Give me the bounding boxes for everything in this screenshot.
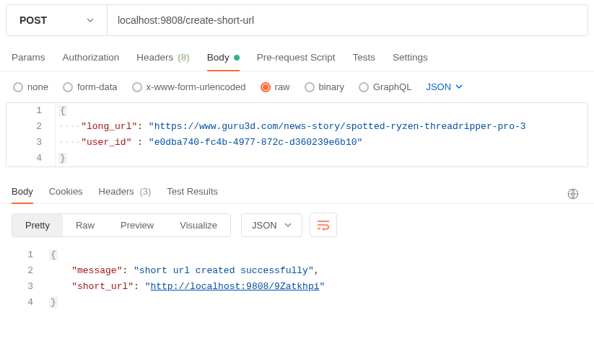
radio-icon bbox=[359, 82, 369, 92]
url-input[interactable] bbox=[108, 5, 588, 35]
response-format-select[interactable]: JSON bbox=[241, 213, 302, 237]
radio-raw[interactable]: raw bbox=[261, 81, 290, 92]
view-pretty[interactable]: Pretty bbox=[12, 214, 63, 236]
resp-tab-headers[interactable]: Headers (3) bbox=[99, 186, 152, 204]
radio-icon bbox=[305, 82, 315, 92]
body-format-select[interactable]: JSON bbox=[426, 81, 463, 92]
request-body-editor[interactable]: 1 { 2 ····"long_url": "https://www.guru3… bbox=[6, 102, 588, 167]
radio-icon bbox=[132, 82, 142, 92]
request-bar: POST bbox=[6, 4, 588, 36]
method-label: POST bbox=[19, 14, 47, 26]
view-mode-segment: Pretty Raw Preview Visualize bbox=[12, 213, 231, 237]
radio-binary[interactable]: binary bbox=[305, 81, 344, 92]
radio-xwww[interactable]: x-www-form-urlencoded bbox=[132, 81, 246, 92]
resp-tab-test-results[interactable]: Test Results bbox=[167, 186, 218, 204]
response-view-controls: Pretty Raw Preview Visualize JSON bbox=[0, 204, 594, 244]
line-number: 4 bbox=[6, 295, 46, 311]
radio-none[interactable]: none bbox=[13, 81, 48, 92]
tab-settings[interactable]: Settings bbox=[393, 52, 428, 71]
body-type-row: none form-data x-www-form-urlencoded raw… bbox=[0, 71, 594, 99]
resp-tab-cookies[interactable]: Cookies bbox=[49, 186, 83, 204]
view-preview[interactable]: Preview bbox=[108, 214, 167, 236]
line-number: 3 bbox=[6, 279, 46, 295]
wrap-icon bbox=[317, 219, 330, 231]
view-visualize[interactable]: Visualize bbox=[167, 214, 230, 236]
tab-headers[interactable]: Headers (8) bbox=[136, 52, 190, 71]
headers-count: (8) bbox=[178, 52, 190, 63]
wrap-lines-button[interactable] bbox=[310, 213, 337, 237]
line-number: 1 bbox=[6, 103, 56, 119]
line-number: 1 bbox=[6, 247, 46, 263]
resp-tab-body[interactable]: Body bbox=[12, 186, 33, 204]
chevron-down-icon bbox=[455, 81, 463, 92]
line-number: 2 bbox=[6, 263, 46, 279]
tab-params[interactable]: Params bbox=[12, 52, 45, 71]
headers-count: (3) bbox=[139, 186, 151, 197]
short-url-link[interactable]: http://localhost:9808/9Zatkhpi bbox=[150, 281, 319, 292]
tab-body[interactable]: Body bbox=[207, 52, 240, 71]
radio-form-data[interactable]: form-data bbox=[63, 81, 118, 92]
view-raw[interactable]: Raw bbox=[63, 214, 108, 236]
chevron-down-icon bbox=[87, 14, 94, 26]
tab-authorization[interactable]: Authorization bbox=[63, 52, 120, 71]
line-number: 4 bbox=[6, 151, 56, 167]
radio-icon bbox=[63, 82, 73, 92]
status-dot-icon bbox=[234, 55, 240, 61]
tab-prerequest[interactable]: Pre-request Script bbox=[257, 52, 336, 71]
line-number: 3 bbox=[6, 135, 56, 151]
line-number: 2 bbox=[6, 119, 56, 135]
method-select[interactable]: POST bbox=[6, 5, 108, 35]
globe-icon[interactable] bbox=[567, 187, 582, 203]
radio-graphql[interactable]: GraphQL bbox=[359, 81, 411, 92]
radio-icon bbox=[13, 82, 23, 92]
chevron-down-icon bbox=[284, 220, 292, 231]
response-tabs: Body Cookies Headers (3) Test Results bbox=[0, 186, 594, 204]
response-body-editor[interactable]: 1 { 2 "message": "short url created succ… bbox=[0, 244, 594, 311]
tab-tests[interactable]: Tests bbox=[352, 52, 375, 71]
radio-icon bbox=[261, 82, 271, 92]
request-tabs: Params Authorization Headers (8) Body Pr… bbox=[0, 52, 594, 71]
